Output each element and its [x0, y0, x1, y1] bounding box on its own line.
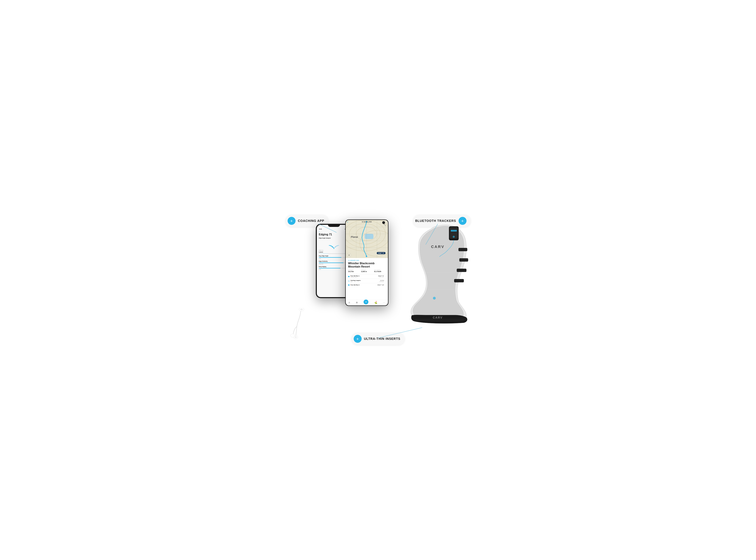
run-list: Free Ski Run 1 Whiskey Jack SkiIQ™ 97 56…	[348, 274, 386, 286]
svg-point-9	[290, 334, 295, 337]
run-name-2: Carving Leapers	[351, 280, 378, 281]
metric-lowest-label: Lowest	[319, 252, 349, 253]
metric-similarity: Edge Similarity 82 Opposite Ide	[319, 261, 349, 265]
nav-home-icon[interactable]: ⌂	[349, 301, 350, 304]
run-metric-3: SkiIQ™ 120	[377, 284, 384, 285]
run-info-1: Free Ski Run 1 Whiskey Jack	[351, 275, 377, 278]
run-metric-1: SkiIQ™ 97	[378, 275, 384, 277]
punch-hole-camera	[382, 221, 385, 224]
inserts-label: + ULTRA-THIN INSERTS	[351, 333, 404, 345]
metric-early: Early Edging 72% Late	[319, 266, 349, 270]
run-metrics-3: SkiIQ™ 120	[377, 284, 384, 285]
stat-speed-val: 61.3 km/h	[374, 271, 385, 273]
edge-angle-section-label: Edge Angle Analysis	[319, 237, 349, 239]
avg-label: Avg. Edge Angle	[319, 255, 349, 257]
stat-descent-val: 4,445 m	[361, 271, 372, 273]
map-area: < 12 January 2021 1500 m Planai ⬆ SkiIQ™…	[346, 220, 388, 258]
svg-text:CARV: CARV	[431, 244, 445, 249]
avg-sublabel: Low	[319, 258, 349, 259]
svg-rect-10	[459, 248, 467, 251]
detail-date: 12 JANUARY 2021	[348, 260, 386, 261]
detail-title: Whistler BlackcombMountain Resort	[348, 262, 386, 268]
status-time: 9:41	[319, 228, 322, 230]
edge-angle-arc	[319, 239, 349, 250]
back-button[interactable]: <	[319, 231, 349, 233]
stat-speed: MAX SPEED 61.3 km/h	[374, 269, 385, 273]
avg-fill	[319, 257, 342, 258]
nav-more-icon[interactable]: ···	[383, 301, 385, 304]
svg-text:CARV: CARV	[433, 316, 443, 319]
early-label: Early Edging	[319, 266, 349, 267]
map-back-btn[interactable]: <	[347, 221, 348, 223]
svg-rect-20	[451, 230, 457, 232]
svg-point-4	[366, 256, 367, 257]
inserts-plus-btn[interactable]: +	[353, 335, 362, 343]
run-metric-sub-1: 56.7 km/h	[378, 277, 384, 278]
lowest-bar	[319, 253, 349, 254]
lowest-fill	[319, 253, 328, 254]
avg-bar-track: 61°	[319, 257, 349, 258]
arc-labels: Right turn Left turn	[319, 250, 349, 251]
run-item-1[interactable]: Free Ski Run 1 Whiskey Jack SkiIQ™ 97 56…	[348, 274, 386, 279]
svg-point-21	[453, 236, 455, 238]
coaching-app-text: COACHING APP	[298, 219, 324, 223]
arc-svg	[327, 239, 341, 250]
stat-distance-val: 19.2 km	[348, 271, 360, 273]
stat-descent: DESCENT 4,445 m	[361, 269, 372, 273]
svg-point-22	[433, 297, 436, 300]
run-dot-1	[348, 276, 350, 277]
inserts-text: ULTRA-THIN INSERTS	[364, 337, 400, 341]
earphones	[287, 308, 308, 340]
share-btn[interactable]: ⬆	[347, 253, 351, 257]
run-item-3[interactable]: Free Ski Run 2 SkiIQ™ 120 ›	[348, 283, 386, 286]
nav-profile-icon[interactable]: ◉	[356, 301, 358, 304]
placename: Planai	[351, 236, 358, 238]
early-bar-track: 72%	[319, 268, 349, 268]
boot-svg: CARV CARV	[400, 220, 472, 324]
run-arrow-3: ›	[385, 284, 386, 286]
run-sub-2: Drill	[351, 281, 378, 282]
run-info-3: Free Ski Run 2	[351, 284, 376, 286]
run-arrow-1: ›	[385, 276, 386, 277]
run-name-3: Free Ski Run 2	[351, 284, 376, 286]
svg-point-8	[294, 336, 297, 338]
scene: + COACHING APP BLUETOOTH TRACKERS + + UL…	[284, 210, 472, 350]
run-metric-sub-2: 3 attempts	[379, 281, 384, 282]
run-metrics-2: Lv 3–4 3 attempts	[379, 280, 384, 282]
run-sub-1: Whiskey Jack	[351, 277, 377, 278]
arc-right-label: Right turn	[319, 250, 324, 251]
metric-avg: Avg. Edge Angle 61° Low	[319, 255, 349, 259]
metric-lowest: Lowest	[319, 252, 349, 254]
similarity-range: Opposite Ide	[319, 263, 349, 265]
run-dot-2	[348, 280, 350, 282]
run-item-2[interactable]: Carving Leapers Drill Lv 3–4 3 attempts …	[348, 279, 386, 283]
map-date: 12 January 2021	[362, 221, 372, 223]
phone-right-screen: < 12 January 2021 1500 m Planai ⬆ SkiIQ™…	[346, 220, 388, 305]
early-sublabel: Late	[319, 269, 349, 270]
run-metric-2: Lv 3–4	[379, 280, 384, 281]
ski-iq-map-badge: SkiIQ™ 97	[377, 252, 386, 254]
similarity-label: Edge Similarity	[319, 261, 349, 262]
svg-rect-13	[454, 279, 464, 282]
svg-rect-11	[460, 258, 468, 261]
similarity-bar-track: 82	[319, 262, 349, 263]
run-metrics-1: SkiIQ™ 97 56.7 km/h	[378, 275, 384, 278]
svg-rect-12	[457, 269, 466, 272]
screen-title: Edging 71	[319, 233, 349, 236]
phone-left-notch	[328, 224, 340, 227]
svg-point-6	[300, 308, 303, 311]
run-dot-3	[348, 284, 350, 286]
nav-trophy-icon[interactable]: ⛳	[374, 301, 377, 304]
detail-panel: 12 JANUARY 2021 Whistler BlackcombMounta…	[346, 258, 388, 300]
stat-distance: DISTANCE 19.2 km	[348, 269, 360, 273]
early-fill	[319, 268, 341, 268]
run-arrow-2: ›	[385, 280, 386, 282]
run-info-2: Carving Leapers Drill	[351, 280, 378, 282]
phone-right: < 12 January 2021 1500 m Planai ⬆ SkiIQ™…	[345, 219, 388, 306]
nav-add-btn[interactable]: +	[364, 300, 368, 304]
boot-area: CARV CARV	[400, 220, 472, 324]
coaching-app-plus-btn[interactable]: +	[288, 217, 295, 225]
stats-row: DISTANCE 19.2 km DESCENT 4,445 m MAX SPE…	[348, 269, 386, 273]
similarity-fill	[319, 262, 344, 263]
earphones-svg	[287, 308, 308, 339]
